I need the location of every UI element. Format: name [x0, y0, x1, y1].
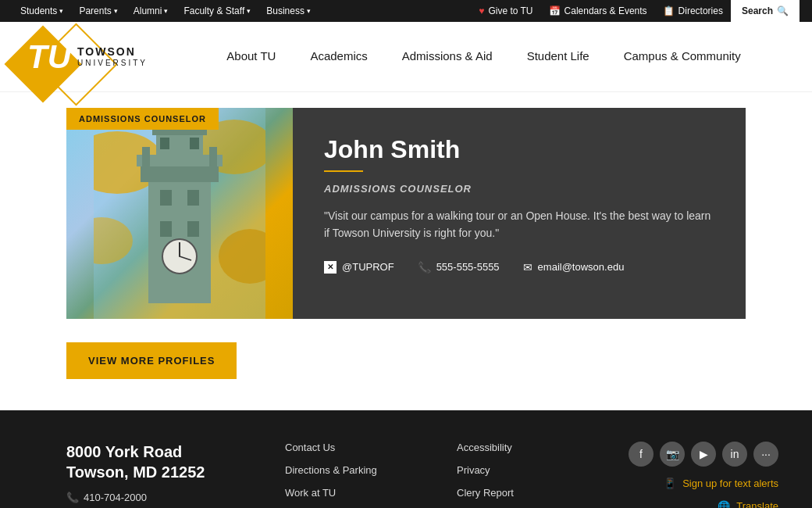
top-nav-right: ♥ Give to TU 📅 Calendars & Events 📋 Dire… — [471, 0, 800, 22]
search-label: Search — [742, 5, 773, 16]
top-nav-business[interactable]: Business ▾ — [258, 0, 319, 22]
top-nav-faculty-label: Faculty & Staff — [183, 5, 244, 16]
main-nav-links: About TU Academics Admissions & Aid Stud… — [179, 22, 789, 92]
chevron-icon: ▾ — [307, 7, 311, 15]
footer-clery-report[interactable]: Clery Report — [457, 487, 582, 499]
profile-title: ADMISSIONS COUNSELOR — [324, 183, 714, 195]
translate-link[interactable]: 🌐 Translate — [718, 500, 778, 508]
directories-label: Directories — [678, 5, 723, 16]
top-navigation: Students ▾ Parents ▾ Alumni ▾ Faculty & … — [0, 0, 812, 22]
top-nav-faculty-staff[interactable]: Faculty & Staff ▾ — [176, 0, 258, 22]
top-nav-students-label: Students — [20, 5, 57, 16]
email-icon: ✉ — [523, 261, 532, 274]
footer-contact-us[interactable]: Contact Us — [285, 442, 410, 453]
phone-icon: 📞 — [418, 261, 431, 274]
give-to-tu-label: Give to TU — [488, 5, 532, 16]
footer-address: 8000 York Road Towson, MD 21252 📞 410-70… — [66, 442, 238, 503]
nav-academics[interactable]: Academics — [293, 22, 384, 92]
instagram-icon[interactable]: 📷 — [660, 442, 685, 467]
footer-links-col2: Accessibility Privacy Clery Report — [457, 442, 582, 499]
text-alerts-link[interactable]: 📱 Sign up for text alerts — [664, 478, 778, 489]
top-nav-left: Students ▾ Parents ▾ Alumni ▾ Faculty & … — [12, 0, 471, 22]
svg-rect-6 — [160, 190, 172, 206]
footer-address-line1: 8000 York Road Towson, MD 21252 — [66, 442, 238, 482]
top-nav-alumni-label: Alumni — [134, 5, 162, 16]
footer-directions-parking[interactable]: Directions & Parking — [285, 464, 410, 476]
profile-info: John Smith ADMISSIONS COUNSELOR "Visit o… — [293, 108, 746, 319]
directories-icon: 📋 — [663, 5, 675, 16]
logo-towson-text: TOWSON — [77, 46, 148, 58]
svg-rect-7 — [187, 190, 199, 206]
phone-icon: 📞 — [66, 492, 79, 503]
calendars-events-link[interactable]: 📅 Calendars & Events — [541, 0, 655, 22]
profile-twitter-handle: @TUPROF — [342, 261, 394, 273]
nav-student-life-label: Student Life — [527, 49, 589, 63]
top-nav-business-label: Business — [266, 5, 304, 16]
search-button[interactable]: Search 🔍 — [731, 0, 800, 22]
nav-campus-community-label: Campus & Community — [624, 49, 741, 63]
profile-email[interactable]: ✉ email@towson.edu — [523, 261, 625, 274]
text-alerts-label: Sign up for text alerts — [682, 478, 778, 489]
profile-contacts: ✕ @TUPROF 📞 555-555-5555 ✉ email@towson.… — [324, 261, 714, 274]
nav-about-tu[interactable]: About TU — [209, 22, 293, 92]
chevron-icon: ▾ — [114, 7, 118, 15]
top-nav-parents-label: Parents — [79, 5, 111, 16]
svg-rect-9 — [187, 221, 199, 237]
translate-icon: 🌐 — [718, 500, 730, 508]
footer-street: 8000 York Road — [66, 443, 182, 460]
view-more-profiles-button[interactable]: VIEW MORE PROFILES — [66, 342, 237, 379]
svg-rect-19 — [142, 147, 150, 166]
profile-badge: ADMISSIONS COUNSELOR — [66, 108, 219, 130]
more-social-icon[interactable]: ··· — [753, 442, 778, 467]
logo-name-block: TOWSON UNIVERSITY — [77, 46, 148, 66]
footer-links-col1: Contact Us Directions & Parking Work at … — [285, 442, 410, 499]
svg-rect-22 — [190, 138, 199, 149]
svg-rect-20 — [209, 147, 217, 166]
nav-academics-label: Academics — [310, 49, 367, 63]
youtube-icon[interactable]: ▶ — [691, 442, 716, 467]
footer-social: f 📷 ▶ in ··· 📱 Sign up for text alerts 🌐… — [629, 442, 778, 508]
footer-privacy[interactable]: Privacy — [457, 464, 582, 476]
social-icons: f 📷 ▶ in ··· — [629, 442, 778, 467]
logo-area[interactable]: TU TOWSON UNIVERSITY — [23, 41, 148, 73]
main-navigation: TU TOWSON UNIVERSITY About TU Academics … — [0, 22, 812, 92]
profile-twitter[interactable]: ✕ @TUPROF — [324, 261, 394, 274]
facebook-icon[interactable]: f — [629, 442, 654, 467]
search-icon: 🔍 — [777, 5, 789, 16]
linkedin-icon[interactable]: in — [722, 442, 747, 467]
nav-student-life[interactable]: Student Life — [510, 22, 607, 92]
footer-phone[interactable]: 📞 410-704-2000 — [66, 492, 238, 503]
profile-name: John Smith — [324, 135, 714, 164]
logo-tu-letters: TU — [27, 41, 71, 73]
translate-label: Translate — [736, 500, 778, 508]
give-to-tu-link[interactable]: ♥ Give to TU — [471, 0, 540, 22]
profile-quote: "Visit our campus for a walking tour or … — [324, 207, 714, 242]
logo-text: TU TOWSON UNIVERSITY — [27, 41, 148, 73]
footer-work-at-tu[interactable]: Work at TU — [285, 487, 410, 499]
logo-university-text: UNIVERSITY — [77, 59, 148, 67]
profile-name-underline — [324, 170, 363, 172]
heart-icon: ♥ — [479, 5, 484, 16]
calendars-label: Calendars & Events — [564, 5, 647, 16]
top-nav-alumni[interactable]: Alumni ▾ — [126, 0, 176, 22]
profile-email-address: email@towson.edu — [538, 261, 625, 273]
profile-image-area: ADMISSIONS COUNSELOR — [66, 108, 293, 319]
view-more-section: VIEW MORE PROFILES — [0, 334, 812, 410]
chevron-icon: ▾ — [247, 7, 251, 15]
profile-phone[interactable]: 📞 555-555-5555 — [418, 261, 500, 274]
directories-link[interactable]: 📋 Directories — [655, 0, 731, 22]
nav-about-tu-label: About TU — [226, 49, 276, 63]
top-nav-students[interactable]: Students ▾ — [12, 0, 71, 22]
chevron-icon: ▾ — [164, 7, 168, 15]
nav-admissions-label: Admissions & Aid — [402, 49, 493, 63]
footer-city-state: Towson, MD 21252 — [66, 463, 205, 481]
chevron-icon: ▾ — [59, 7, 63, 15]
calendar-icon: 📅 — [549, 5, 561, 16]
footer-accessibility[interactable]: Accessibility — [457, 442, 582, 453]
profile-section: ADMISSIONS COUNSELOR — [0, 92, 812, 334]
nav-campus-community[interactable]: Campus & Community — [607, 22, 758, 92]
nav-admissions-aid[interactable]: Admissions & Aid — [385, 22, 510, 92]
top-nav-parents[interactable]: Parents ▾ — [71, 0, 125, 22]
footer: 8000 York Road Towson, MD 21252 📞 410-70… — [0, 410, 812, 508]
svg-rect-21 — [160, 138, 169, 149]
